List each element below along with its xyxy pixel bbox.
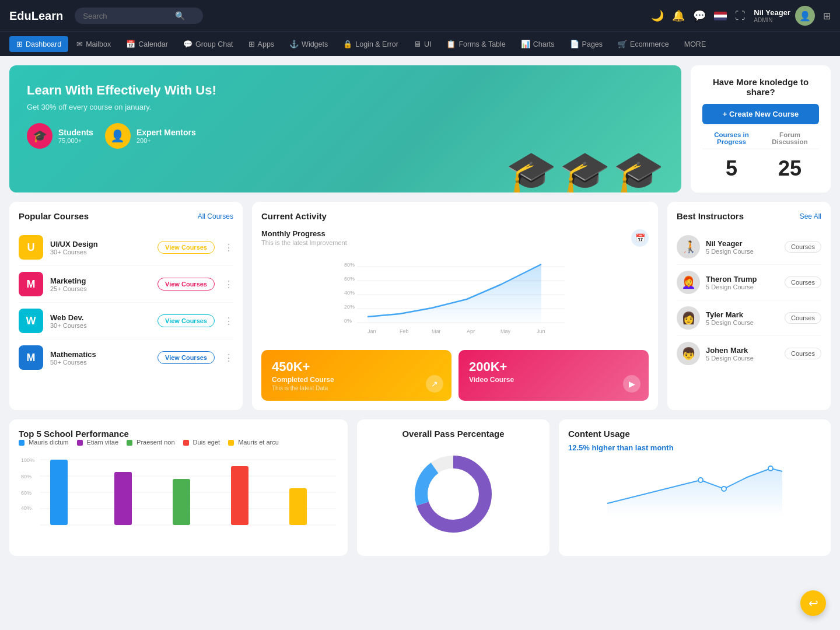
school-perf-title: Top 5 School Performance <box>19 429 338 439</box>
nav-mailbox[interactable]: ✉ Mailbox <box>69 36 118 52</box>
course-name-math: Mathematics <box>50 350 150 359</box>
svg-rect-30 <box>289 488 307 525</box>
best-instructors-header: Best Instructors See All <box>677 211 821 221</box>
widgets-icon: ⚓ <box>289 40 299 48</box>
lock-icon: 🔒 <box>343 40 352 48</box>
grad-figure-1: 🎓 <box>506 152 556 192</box>
course-item-marketing: M Marketing 25+ Courses View Courses ⋮ <box>19 266 233 303</box>
nav-login-error[interactable]: 🔒 Login & Error <box>336 36 405 52</box>
nav-dashboard[interactable]: ⊞ Dashboard <box>9 36 68 52</box>
courses-btn-johen-mark[interactable]: Courses <box>785 348 821 359</box>
see-all-link[interactable]: See All <box>800 212 821 220</box>
course-more-uiux[interactable]: ⋮ <box>224 242 233 253</box>
expand-icon[interactable]: ⛶ <box>735 10 746 22</box>
mentors-count: 200+ <box>136 137 196 144</box>
topbar-icons: 🌙 🔔 💬 ⛶ Nil Yeager ADMIN 👤 ⊞ <box>651 6 831 26</box>
create-course-button[interactable]: + Create New Course <box>702 104 819 124</box>
nav-widgets[interactable]: ⚓ Widgets <box>282 36 335 52</box>
view-courses-webdev[interactable]: View Courses <box>158 314 215 327</box>
sidebar-numbers: 5 25 <box>702 156 819 181</box>
hero-banner: Learn With Effectively With Us! Get 30% … <box>9 65 681 192</box>
nav-apps[interactable]: ⊞ Apps <box>242 36 282 52</box>
pass-pct-donut <box>410 450 497 538</box>
completed-course-card: 450K+ Completed Course This is the lates… <box>261 350 452 401</box>
info-nil-yeager: Nil Yeager 5 Design Course <box>706 239 779 255</box>
nav-forms-table[interactable]: 📋 Forms & Table <box>439 36 512 52</box>
svg-text:Feb: Feb <box>400 328 409 334</box>
course-item-webdev: W Web Dev. 30+ Courses View Courses ⋮ <box>19 303 233 340</box>
video-course-card: 200K+ Video Course ▶ <box>459 350 649 401</box>
svg-text:60%: 60% <box>344 276 355 282</box>
flag-icon[interactable] <box>714 12 727 20</box>
all-courses-link[interactable]: All Courses <box>198 212 233 220</box>
nav-charts[interactable]: 📊 Charts <box>514 36 562 52</box>
legend-dot-mauris-arcu <box>228 440 234 446</box>
graduation-figures: 🎓 🎓 🎓 <box>506 152 664 192</box>
ecommerce-icon: 🛒 <box>618 40 627 48</box>
view-courses-math[interactable]: View Courses <box>158 351 215 364</box>
grad-figure-2: 🎓 <box>559 152 610 192</box>
course-info-math: Mathematics 50+ Courses <box>50 350 150 366</box>
forum-discussion-num: 25 <box>761 156 819 181</box>
current-activity-header: Current Activity <box>261 211 649 221</box>
legend-dot-mauris-dictum <box>19 440 24 446</box>
sub-johen-mark: 5 Design Course <box>706 355 779 362</box>
nav-ecommerce[interactable]: 🛒 Ecommerce <box>611 36 676 52</box>
user-role: ADMIN <box>754 17 790 23</box>
svg-rect-29 <box>231 466 249 525</box>
user-info: Nil Yeager ADMIN 👤 <box>754 6 815 26</box>
completed-course-sub: This is the latest Data <box>272 385 441 391</box>
course-more-math[interactable]: ⋮ <box>224 352 233 363</box>
course-icon-marketing: M <box>19 272 43 296</box>
avatar[interactable]: 👤 <box>795 6 815 26</box>
nav-calendar[interactable]: 📅 Calendar <box>119 36 175 52</box>
tab-courses-progress[interactable]: Courses in Progress <box>702 131 761 149</box>
legend-dot-duis-eget <box>183 440 189 446</box>
chat-icon[interactable]: 💬 <box>693 9 706 22</box>
instructor-johen-mark: 👦 Johen Mark 5 Design Course Courses <box>677 336 821 371</box>
monthly-progress-subtitle: This is the latest Improvement <box>261 239 347 246</box>
svg-text:40%: 40% <box>344 290 355 296</box>
nav-more[interactable]: MORE <box>677 37 713 52</box>
moon-icon[interactable]: 🌙 <box>651 9 664 22</box>
arrow-icon[interactable]: ↗ <box>426 375 443 393</box>
mentors-label: Expert Mentors <box>136 128 196 137</box>
monthly-progress-title: Monthly Progress <box>261 229 347 238</box>
course-more-marketing[interactable]: ⋮ <box>224 279 233 290</box>
svg-text:0%: 0% <box>344 318 352 324</box>
mentors-icon: 👤 <box>105 123 131 149</box>
legend-dot-praesent-non <box>127 440 132 446</box>
play-icon[interactable]: ▶ <box>623 375 640 393</box>
view-courses-uiux[interactable]: View Courses <box>158 241 215 254</box>
view-courses-marketing[interactable]: View Courses <box>158 278 215 290</box>
chat-nav-icon: 💬 <box>183 40 192 48</box>
bell-icon[interactable]: 🔔 <box>672 9 685 22</box>
apps-icon: ⊞ <box>249 40 255 48</box>
grad-figure-3: 🎓 <box>613 152 664 192</box>
bottom-row: Top 5 School Performance Mauris dictum E… <box>9 419 831 556</box>
search-icon: 🔍 <box>175 11 185 20</box>
nav-ui[interactable]: 🖥 UI <box>407 36 439 52</box>
content-usage-chart <box>568 457 821 515</box>
course-info-uiux: UI/UX Design 30+ Courses <box>50 240 150 256</box>
courses-btn-nil-yeager[interactable]: Courses <box>785 241 821 253</box>
grid-icon[interactable]: ⊞ <box>823 10 831 22</box>
svg-rect-28 <box>173 479 190 525</box>
hero-row: Learn With Effectively With Us! Get 30% … <box>9 65 831 192</box>
nav-group-chat[interactable]: 💬 Group Chat <box>176 36 240 52</box>
svg-text:80%: 80% <box>344 262 355 268</box>
course-more-webdev[interactable]: ⋮ <box>224 316 233 327</box>
calendar-chart-icon[interactable]: 📅 <box>631 229 649 247</box>
students-label: Students <box>58 128 93 137</box>
svg-text:40%: 40% <box>21 505 32 511</box>
courses-btn-theron-trump[interactable]: Courses <box>785 276 821 288</box>
students-count: 75,000+ <box>58 137 93 144</box>
tab-forum-discussion[interactable]: Forum Discussion <box>761 131 819 149</box>
search-input[interactable] <box>83 12 170 20</box>
svg-point-36 <box>722 487 726 491</box>
nav-pages[interactable]: 📄 Pages <box>563 36 610 52</box>
info-tyler-mark: Tyler Mark 5 Design Course <box>706 310 779 326</box>
search-bar[interactable]: 🔍 <box>75 8 203 24</box>
courses-btn-tyler-mark[interactable]: Courses <box>785 312 821 324</box>
stat-cards: 450K+ Completed Course This is the lates… <box>261 350 649 401</box>
